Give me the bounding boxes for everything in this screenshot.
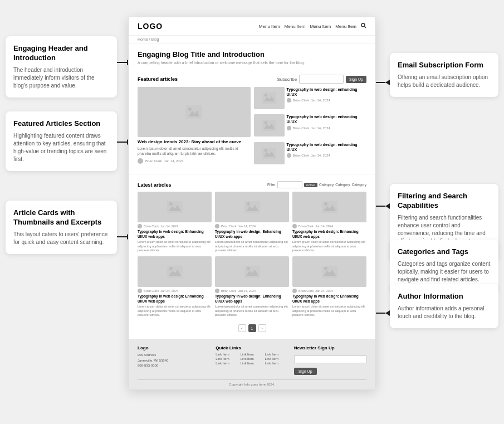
- svg-point-28: [247, 267, 250, 270]
- svg-point-16: [169, 202, 173, 206]
- annotation-categories: Categories and Tags Categories and tags …: [390, 240, 498, 291]
- annotation-featured-text: Highlighting featured content draws atte…: [13, 132, 109, 163]
- footer-link-1[interactable]: Link Item: [216, 353, 239, 356]
- arrow-author: [375, 310, 390, 316]
- nav-item-4[interactable]: Menu Item: [335, 24, 356, 29]
- svg-rect-17: [244, 201, 260, 213]
- article-card-2: Brian Clark Jan 14, 2024 Typography in w…: [292, 192, 366, 253]
- small-thumb-3: [254, 142, 285, 164]
- annotation-header: Engaging Header and Introduction The hea…: [6, 36, 117, 98]
- footer-link-9[interactable]: Link Item: [265, 362, 288, 365]
- page-next[interactable]: ›: [258, 324, 266, 332]
- search-icon[interactable]: [361, 23, 366, 30]
- divider-1: [129, 174, 375, 174]
- article-meta-2: Brian Clark Jan 14, 2024: [292, 224, 366, 228]
- small-article-2: Typography in web design: enhancing UI/U…: [254, 114, 367, 138]
- svg-rect-2: [185, 105, 202, 119]
- latest-header: Latest articles Filter Active Category C…: [138, 181, 366, 188]
- article-avatar-3: [138, 289, 142, 293]
- sign-up-button[interactable]: Sign Up: [346, 76, 366, 83]
- article-meta-0: Brian Clark Jan 14, 2024: [138, 224, 212, 228]
- arrow-filtering: [375, 203, 390, 209]
- footer-link-5[interactable]: Link Item: [240, 357, 263, 360]
- newsletter-button[interactable]: Sign Up: [294, 368, 317, 375]
- article-card-5: Brian Clark Jan 24, 2024 Typography in w…: [292, 256, 366, 318]
- featured-main-date: Jan 14, 2024: [164, 159, 184, 163]
- annotation-author: Author Information Author information ad…: [390, 284, 498, 328]
- filter-active-tag[interactable]: Active: [304, 183, 317, 187]
- featured-header: Featured articles Subscribe Sign Up: [138, 75, 366, 84]
- annotation-featured: Featured Articles Section Highlighting f…: [6, 111, 117, 171]
- subscribe-area: Subscribe Sign Up: [277, 75, 366, 84]
- footer-links-col: Quick Links Link Item Link Item Link Ite…: [216, 345, 288, 375]
- breadcrumb: Home / Blog: [129, 36, 375, 43]
- small-meta-2: Brian Clark Jan 14, 2024: [287, 126, 367, 130]
- svg-point-4: [188, 108, 192, 111]
- annotation-cards-title: Article Cards with Thumbnails and Excerp…: [13, 208, 109, 227]
- annotation-header-text: The header and introduction immediately …: [13, 66, 109, 90]
- article-avatar-4: [215, 289, 219, 293]
- svg-rect-29: [322, 266, 337, 278]
- featured-grid: Web design trends 2023: Stay ahead of th…: [138, 87, 366, 166]
- latest-section: Latest articles Filter Active Category C…: [129, 178, 375, 339]
- footer-link-3[interactable]: Link Item: [265, 353, 288, 356]
- small-thumb-2: [254, 114, 285, 137]
- filter-cat-2[interactable]: Category: [335, 183, 350, 187]
- blog-logo: LOGO: [138, 22, 163, 31]
- footer-link-6[interactable]: Link Item: [265, 357, 288, 360]
- small-thumb-1: [254, 87, 285, 109]
- svg-point-19: [247, 202, 250, 206]
- article-title-0: Typography in web design: Enhancing UI/U…: [138, 230, 212, 239]
- article-card-1: Brian Clark Jan 14, 2024 Typography in w…: [215, 192, 289, 253]
- footer-phone: 908-833-0000: [138, 363, 210, 369]
- footer-link-4[interactable]: Link Item: [216, 357, 239, 360]
- filter-input[interactable]: [277, 181, 302, 188]
- blog-hero-title: Engaging Blog Title and Introduction: [138, 50, 366, 59]
- page-1[interactable]: 1: [248, 324, 256, 332]
- article-meta-4: Brian Clark Jan 24, 2024: [215, 289, 289, 293]
- annotation-cards-text: This layout caters to users' preference …: [13, 231, 109, 246]
- filter-cat-3[interactable]: Category: [352, 183, 366, 187]
- svg-rect-20: [322, 201, 337, 213]
- featured-main-text: Lorem ipsum dolor sit amet consectetur a…: [138, 146, 251, 156]
- svg-point-31: [324, 267, 327, 270]
- footer-link-2[interactable]: Link Item: [240, 353, 263, 356]
- browser-mockup: LOGO Menu Item Menu Item Menu Item Menu …: [128, 17, 376, 390]
- article-avatar-1: [215, 224, 219, 228]
- newsletter-input[interactable]: [294, 355, 366, 363]
- nav-item-1[interactable]: Menu Item: [259, 24, 280, 29]
- subscribe-input[interactable]: [299, 75, 344, 84]
- footer-link-8[interactable]: Link Item: [240, 362, 263, 365]
- article-avatar-5: [292, 289, 297, 293]
- article-text-2: Lorem ipsum dolor sit amet consectetur a…: [292, 240, 366, 253]
- annotation-featured-title: Featured Articles Section: [13, 119, 109, 129]
- latest-label: Latest articles: [138, 182, 172, 188]
- filter-cat-1[interactable]: Category: [319, 183, 334, 187]
- annotation-email-text: Offering an email subscription option he…: [398, 74, 491, 89]
- featured-main-meta: Brian Clark Jan 14, 2024: [138, 158, 251, 164]
- nav-item-3[interactable]: Menu Item: [310, 24, 331, 29]
- nav-item-2[interactable]: Menu Item: [285, 24, 306, 29]
- small-avatar-2: [287, 126, 291, 130]
- filter-label: Filter: [267, 183, 275, 187]
- article-thumb-3: [138, 256, 212, 287]
- svg-point-7: [264, 94, 267, 97]
- small-meta-3: Brian Clark Jan 14, 2024: [287, 153, 367, 158]
- annotation-author-text: Author information adds a personal touch…: [398, 305, 491, 320]
- article-title-3: Typography in web design: Enhancing UI/U…: [138, 294, 212, 304]
- featured-main-avatar: [138, 158, 143, 164]
- article-title-4: Typography in web design: Enhancing UI/U…: [215, 294, 289, 304]
- small-article-3: Typography in web design: enhancing UI/U…: [254, 142, 367, 166]
- articles-grid-row2: Brian Clark Jan 24, 2024 Typography in w…: [138, 256, 366, 318]
- article-thumb-4: [215, 256, 289, 287]
- pagination: ‹ 1 ›: [138, 321, 366, 335]
- article-text-3: Lorem ipsum dolor sit amet consectetur a…: [138, 305, 212, 318]
- article-card-3: Brian Clark Jan 24, 2024 Typography in w…: [138, 256, 212, 318]
- small-info-2: Typography in web design: enhancing UI/U…: [287, 114, 367, 130]
- small-article-1: Typography in web design: enhancing UI/U…: [254, 87, 367, 111]
- article-meta-1: Brian Clark Jan 14, 2024: [215, 224, 289, 228]
- page-prev[interactable]: ‹: [238, 324, 246, 332]
- article-meta-5: Brian Clark Jan 24, 2024: [292, 289, 366, 293]
- article-text-4: Lorem ipsum dolor sit amet consectetur a…: [215, 305, 289, 318]
- footer-link-7[interactable]: Link Item: [216, 362, 239, 365]
